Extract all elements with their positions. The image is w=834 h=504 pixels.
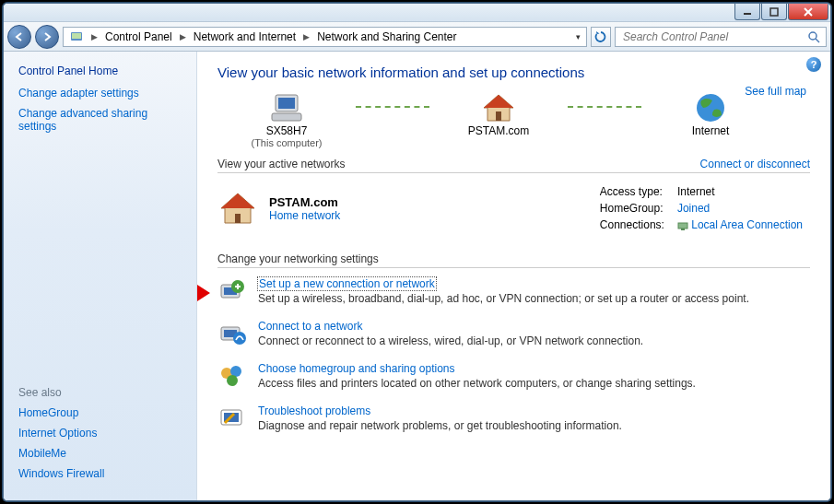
active-network-row: PSTAM.com Home network Access type: Inte… xyxy=(217,173,810,247)
active-net-name: PSTAM.com xyxy=(269,195,338,209)
task-connect-network[interactable]: Connect to a network Connect or reconnec… xyxy=(217,320,810,349)
node-domain: PSTAM.com xyxy=(429,91,568,148)
svg-rect-11 xyxy=(496,111,501,121)
seealso-internet-options[interactable]: Internet Options xyxy=(18,427,182,440)
back-button[interactable] xyxy=(7,25,31,49)
task-title[interactable]: Troubleshoot problems xyxy=(258,404,370,417)
node-internet-name: Internet xyxy=(692,124,730,137)
main-content: ? View your basic network information an… xyxy=(197,52,830,500)
search-box[interactable] xyxy=(615,27,827,47)
svg-point-6 xyxy=(809,32,816,40)
breadcrumb[interactable]: Network and Sharing Center xyxy=(313,28,460,46)
active-net-details: Access type: Internet HomeGroup: Joined … xyxy=(593,182,810,234)
task-title[interactable]: Choose homegroup and sharing options xyxy=(258,362,454,375)
chevron-right-icon[interactable]: ▶ xyxy=(178,32,188,41)
svg-rect-9 xyxy=(278,98,295,109)
sidebar-link-advanced[interactable]: Change advanced sharing settings xyxy=(18,107,182,133)
svg-line-7 xyxy=(816,39,819,42)
titlebar xyxy=(4,4,830,22)
body: Control Panel Home Change adapter settin… xyxy=(4,52,830,500)
task-title[interactable]: Set up a new connection or network xyxy=(258,277,436,290)
breadcrumb[interactable]: Control Panel xyxy=(101,28,176,46)
svg-rect-14 xyxy=(678,223,687,229)
maximize-button[interactable] xyxy=(761,4,787,20)
connections-label: Connections: xyxy=(594,217,670,232)
help-icon[interactable]: ? xyxy=(806,57,821,72)
svg-point-24 xyxy=(227,375,238,386)
access-type-value: Internet xyxy=(672,184,808,199)
refresh-button[interactable] xyxy=(591,27,611,47)
change-settings-label: Change your networking settings xyxy=(217,252,379,265)
red-arrow-annotation xyxy=(197,281,210,305)
connect-network-icon xyxy=(217,320,247,349)
node-internet: Internet xyxy=(641,91,780,148)
task-desc: Connect or reconnect to a wireless, wire… xyxy=(258,334,643,347)
connect-disconnect-link[interactable]: Connect or disconnect xyxy=(700,158,810,170)
address-dropdown[interactable]: ▾ xyxy=(571,32,584,41)
active-networks-header: View your active networks Connect or dis… xyxy=(217,158,810,173)
task-homegroup-sharing[interactable]: Choose homegroup and sharing options Acc… xyxy=(217,362,810,392)
task-title[interactable]: Connect to a network xyxy=(258,320,362,333)
connection-link[interactable]: Local Area Connection xyxy=(691,218,803,231)
active-networks-label: View your active networks xyxy=(217,158,346,170)
search-icon[interactable] xyxy=(807,30,820,43)
address-bar[interactable]: ▶ Control Panel ▶ Network and Internet ▶… xyxy=(63,27,587,47)
setup-connection-icon xyxy=(217,277,247,307)
troubleshoot-icon xyxy=(217,404,247,434)
node-computer-sub: (This computer) xyxy=(251,137,322,148)
sidebar-link-adapter[interactable]: Change adapter settings xyxy=(18,87,182,100)
seealso-windows-firewall[interactable]: Windows Firewall xyxy=(18,467,182,480)
tasks-list: Set up a new connection or network Set u… xyxy=(217,277,810,434)
svg-point-12 xyxy=(697,94,724,122)
forward-button[interactable] xyxy=(35,25,59,49)
task-setup-connection[interactable]: Set up a new connection or network Set u… xyxy=(217,277,810,307)
control-panel-icon xyxy=(65,28,88,46)
see-also: See also HomeGroup Internet Options Mobi… xyxy=(18,375,182,487)
network-map: SX58H7 (This computer) PSTAM.com xyxy=(217,91,810,148)
active-net-type-link[interactable]: Home network xyxy=(269,209,340,222)
change-settings-header: Change your networking settings xyxy=(217,252,810,268)
net-connection-line xyxy=(356,106,429,108)
nic-icon xyxy=(677,220,688,231)
homegroup-label: HomeGroup: xyxy=(594,201,670,216)
access-type-label: Access type: xyxy=(594,184,670,199)
close-button[interactable] xyxy=(788,4,828,20)
search-input[interactable] xyxy=(621,29,807,44)
net-connection-line xyxy=(568,106,641,108)
house-icon xyxy=(480,91,517,124)
seealso-mobileme[interactable]: MobileMe xyxy=(18,447,182,460)
sidebar: Control Panel Home Change adapter settin… xyxy=(4,52,197,500)
window: ▶ Control Panel ▶ Network and Internet ▶… xyxy=(3,3,831,501)
chevron-right-icon[interactable]: ▶ xyxy=(301,32,311,41)
breadcrumb[interactable]: Network and Internet xyxy=(190,28,300,46)
svg-point-21 xyxy=(233,332,246,345)
seealso-homegroup[interactable]: HomeGroup xyxy=(18,406,182,419)
svg-rect-13 xyxy=(235,214,241,223)
node-computer-name: SX58H7 xyxy=(266,124,308,137)
minimize-button[interactable] xyxy=(734,4,760,20)
page-title: View your basic network information and … xyxy=(217,64,810,80)
navbar: ▶ Control Panel ▶ Network and Internet ▶… xyxy=(4,22,830,52)
task-desc: Diagnose and repair network problems, or… xyxy=(258,419,622,432)
see-also-title: See also xyxy=(18,386,182,399)
computer-icon xyxy=(268,91,305,124)
svg-rect-5 xyxy=(72,33,81,39)
task-desc: Access files and printers located on oth… xyxy=(258,377,696,390)
chevron-right-icon[interactable]: ▶ xyxy=(89,32,100,41)
node-computer: SX58H7 (This computer) xyxy=(217,91,356,148)
globe-icon xyxy=(692,91,729,124)
task-desc: Set up a wireless, broadband, dial-up, a… xyxy=(258,292,749,305)
node-domain-name: PSTAM.com xyxy=(468,124,529,137)
svg-rect-15 xyxy=(681,229,685,230)
svg-rect-1 xyxy=(770,8,778,16)
task-troubleshoot[interactable]: Troubleshoot problems Diagnose and repai… xyxy=(217,404,810,434)
homegroup-icon xyxy=(217,362,247,392)
svg-rect-10 xyxy=(272,113,301,121)
house-icon xyxy=(217,190,258,227)
sidebar-home[interactable]: Control Panel Home xyxy=(18,64,182,77)
homegroup-link[interactable]: Joined xyxy=(677,202,710,215)
